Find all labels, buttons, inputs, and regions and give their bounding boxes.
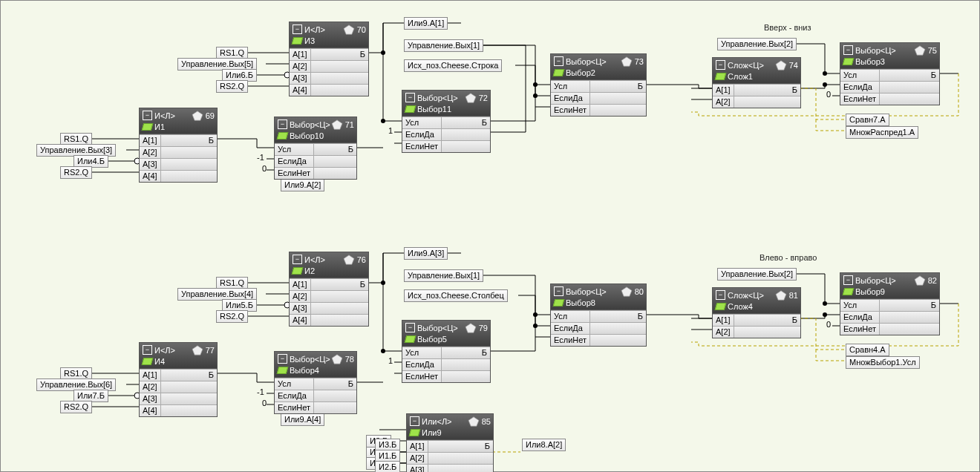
- pill[interactable]: Или9.А[1]: [404, 17, 448, 30]
- port-in[interactable]: Усл: [402, 117, 442, 128]
- pill[interactable]: Исх_поз.Cheese.Столбец: [404, 289, 508, 302]
- port-in[interactable]: ЕслиДа: [402, 358, 442, 370]
- port-in[interactable]: А[1]: [290, 48, 311, 60]
- port-out[interactable]: Б: [590, 310, 646, 322]
- port-in[interactable]: А[4]: [140, 404, 161, 416]
- block-Выбор11[interactable]: −Выбор<Ц>Выбор1172УслЕслиДаЕслиНетБ: [402, 90, 491, 153]
- minus-icon[interactable]: −: [143, 111, 152, 120]
- pill[interactable]: RS2.Q: [216, 80, 248, 93]
- minus-icon[interactable]: −: [405, 323, 415, 332]
- pill[interactable]: И2.Б: [375, 461, 400, 472]
- pill[interactable]: Или9.А[4]: [281, 413, 324, 426]
- port-in[interactable]: А[1]: [713, 314, 734, 326]
- port-in[interactable]: ЕслиДа: [840, 311, 880, 323]
- port-in[interactable]: ЕслиДа: [275, 155, 314, 167]
- block-header[interactable]: −Выбор<Ц>Выбор478: [275, 352, 356, 378]
- port-in[interactable]: ЕслиНет: [840, 93, 880, 105]
- minus-icon[interactable]: −: [554, 56, 564, 66]
- minus-icon[interactable]: −: [843, 45, 853, 55]
- block-Выбор2[interactable]: −Выбор<Ц>Выбор273УслЕслиДаЕслиНетБ: [550, 53, 647, 117]
- port-out[interactable]: Б: [590, 80, 646, 92]
- minus-icon[interactable]: −: [410, 416, 419, 426]
- port-in[interactable]: А[1]: [290, 278, 311, 290]
- port-out[interactable]: Б: [311, 278, 368, 290]
- minus-icon[interactable]: −: [405, 93, 415, 102]
- port-in[interactable]: А[4]: [140, 170, 161, 182]
- block-header[interactable]: −И<Л>И477: [140, 343, 217, 369]
- port-in[interactable]: Усл: [402, 347, 442, 358]
- port-out[interactable]: Б: [880, 69, 939, 81]
- port-out[interactable]: Б: [161, 134, 217, 146]
- port-out[interactable]: Б: [734, 84, 800, 96]
- port-in[interactable]: ЕслиНет: [275, 401, 314, 413]
- minus-icon[interactable]: −: [278, 119, 287, 129]
- block-Или9[interactable]: −Или<Л>Или985А[1]А[2]А[3]А[4]Б: [406, 413, 494, 472]
- block-header[interactable]: −Слож<Ц>Слож174: [713, 58, 800, 84]
- port-in[interactable]: А[1]: [713, 84, 734, 96]
- port-in[interactable]: ЕслиНет: [840, 323, 880, 335]
- port-out[interactable]: Б: [734, 314, 800, 326]
- port-in[interactable]: А[1]: [140, 369, 161, 381]
- port-in[interactable]: А[3]: [407, 464, 428, 472]
- minus-icon[interactable]: −: [716, 60, 725, 70]
- port-in[interactable]: ЕслиДа: [551, 92, 590, 104]
- block-header[interactable]: −И<Л>И370: [290, 22, 368, 48]
- block-Слож4[interactable]: −Слож<Ц>Слож481А[1]А[2]Б: [712, 287, 801, 338]
- block-header[interactable]: −Выбор<Ц>Выбор1172: [402, 91, 490, 117]
- minus-icon[interactable]: −: [554, 286, 564, 296]
- block-Слож1[interactable]: −Слож<Ц>Слож174А[1]А[2]Б: [712, 57, 801, 108]
- block-Выбор3[interactable]: −Выбор<Ц>Выбор375УслЕслиДаЕслиНетБ: [840, 42, 940, 105]
- port-in[interactable]: Усл: [840, 69, 880, 81]
- pill[interactable]: МножВыбор1.Усл: [846, 356, 920, 369]
- pill[interactable]: Или8.А[2]: [522, 439, 566, 451]
- block-header[interactable]: −Или<Л>Или985: [407, 414, 493, 440]
- port-in[interactable]: А[3]: [140, 158, 161, 170]
- port-in[interactable]: А[1]: [407, 440, 428, 452]
- block-И1[interactable]: −И<Л>И169А[1]А[2]А[3]А[4]Б: [139, 108, 218, 183]
- port-in[interactable]: ЕслиДа: [840, 81, 880, 93]
- pill[interactable]: RS2.Q: [216, 310, 248, 323]
- port-in[interactable]: А[2]: [290, 60, 311, 72]
- port-out[interactable]: Б: [314, 143, 356, 155]
- port-in[interactable]: А[1]: [140, 134, 161, 146]
- block-Выбор9[interactable]: −Выбор<Ц>Выбор982УслЕслиДаЕслиНетБ: [840, 272, 940, 335]
- block-И4[interactable]: −И<Л>И477А[1]А[2]А[3]А[4]Б: [139, 342, 218, 417]
- minus-icon[interactable]: −: [143, 345, 152, 355]
- pill[interactable]: Исх_поз.Cheese.Строка: [404, 59, 502, 72]
- port-in[interactable]: Усл: [551, 310, 590, 322]
- port-out[interactable]: Б: [880, 299, 939, 311]
- block-Выбор5[interactable]: −Выбор<Ц>Выбор579УслЕслиДаЕслиНетБ: [402, 320, 491, 383]
- port-in[interactable]: А[2]: [713, 96, 734, 108]
- block-header[interactable]: −Выбор<Ц>Выбор880: [551, 284, 646, 310]
- port-in[interactable]: ЕслиДа: [402, 128, 442, 140]
- block-header[interactable]: −Выбор<Ц>Выбор1071: [275, 117, 356, 143]
- minus-icon[interactable]: −: [278, 354, 287, 364]
- port-in[interactable]: ЕслиНет: [551, 334, 590, 346]
- port-in[interactable]: Усл: [551, 80, 590, 92]
- pill[interactable]: Управление.Вых[1]: [404, 39, 483, 52]
- block-И2[interactable]: −И<Л>И276А[1]А[2]А[3]А[4]Б: [289, 252, 369, 327]
- block-header[interactable]: −Слож<Ц>Слож481: [713, 288, 800, 314]
- port-in[interactable]: А[2]: [290, 290, 311, 302]
- pill[interactable]: МножРаспред1.А: [846, 126, 918, 139]
- block-header[interactable]: −Выбор<Ц>Выбор982: [840, 273, 939, 299]
- port-in[interactable]: ЕслиНет: [402, 140, 442, 152]
- minus-icon[interactable]: −: [293, 255, 302, 264]
- port-out[interactable]: Б: [311, 48, 368, 60]
- pill[interactable]: Управление.Вых[2]: [717, 268, 797, 281]
- block-И3[interactable]: −И<Л>И370А[1]А[2]А[3]А[4]Б: [289, 22, 369, 96]
- port-out[interactable]: Б: [314, 378, 356, 390]
- pill[interactable]: Управление.Вых[2]: [717, 38, 797, 50]
- pill[interactable]: RS2.Q: [60, 401, 92, 413]
- port-out[interactable]: Б: [442, 347, 490, 358]
- port-out[interactable]: Б: [161, 369, 217, 381]
- port-in[interactable]: А[2]: [140, 146, 161, 158]
- port-in[interactable]: ЕслиНет: [402, 370, 442, 382]
- block-header[interactable]: −Выбор<Ц>Выбор579: [402, 321, 490, 347]
- minus-icon[interactable]: −: [843, 275, 853, 285]
- port-out[interactable]: Б: [428, 440, 493, 452]
- block-header[interactable]: −Выбор<Ц>Выбор273: [551, 54, 646, 80]
- pill[interactable]: RS2.Q: [60, 166, 92, 179]
- block-header[interactable]: −И<Л>И169: [140, 108, 217, 134]
- pill[interactable]: Управление.Вых[1]: [404, 269, 483, 282]
